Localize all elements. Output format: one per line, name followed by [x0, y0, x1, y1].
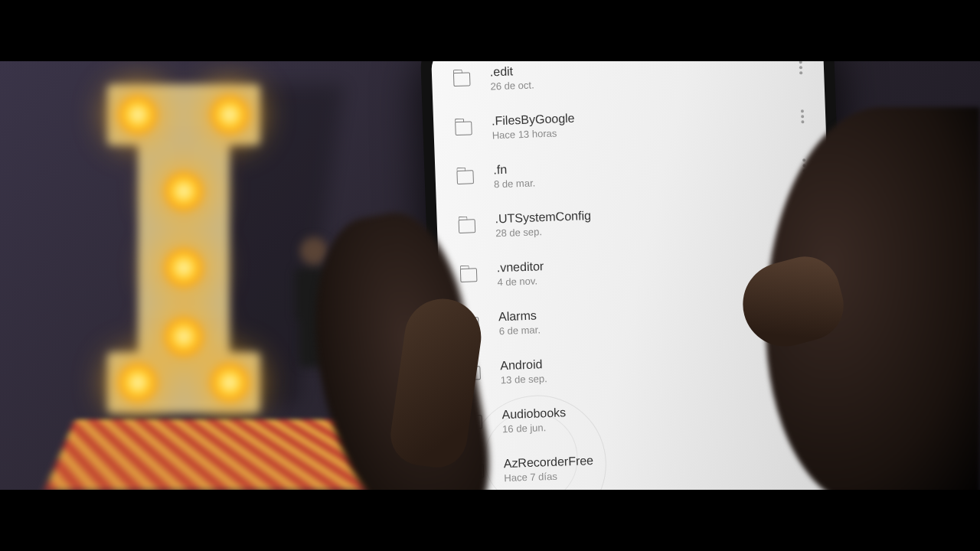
folder-text: AzRecorderFreeHace 7 días [503, 445, 799, 484]
background-scene: .edit26 de oct..FilesByGoogleHace 13 hor… [0, 61, 980, 490]
folder-text: Audiobooks16 de jun. [501, 396, 798, 435]
folder-icon [455, 121, 472, 135]
folder-text: Android13 de sep. [500, 347, 796, 386]
folder-icon [460, 268, 478, 282]
marquee-letter-i [100, 84, 268, 413]
letterbox-bottom [0, 490, 980, 551]
folder-text: .UTSystemConfig28 de sep. [495, 201, 791, 239]
folder-text: .fn8 de mar. [493, 152, 789, 191]
folder-icon [453, 72, 471, 86]
folder-icon [459, 219, 476, 233]
more-options-icon[interactable] [793, 61, 809, 75]
letterbox-top [0, 0, 980, 61]
table-surface [45, 419, 384, 490]
more-options-icon[interactable] [795, 109, 811, 124]
folder-text: .FilesByGoogleHace 13 horas [492, 103, 788, 142]
folder-icon [456, 170, 474, 184]
folder-text: .edit26 de oct. [490, 61, 786, 93]
